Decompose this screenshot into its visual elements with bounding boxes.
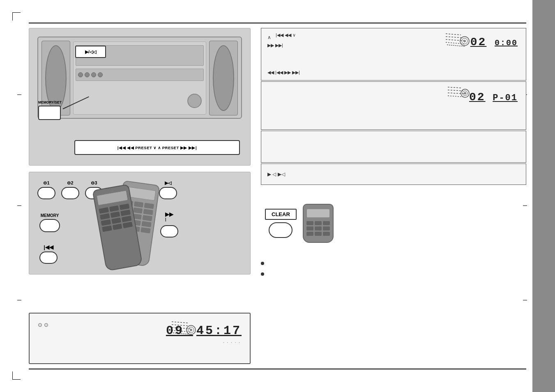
group-btn-1-label: ⊖1 — [43, 180, 49, 186]
rew-btn-wrapper: |◀◀ — [39, 244, 58, 264]
memory-set-button[interactable] — [38, 106, 61, 120]
bullet-2-dot — [261, 272, 264, 276]
speaker-right — [209, 41, 238, 115]
play-set-button[interactable]: ▶/◁◁ — [75, 46, 106, 58]
clear-btn-wrapper: CLEAR — [265, 209, 297, 238]
bullet-2 — [261, 271, 526, 276]
svg-line-10 — [446, 39, 464, 41]
corner-mark-tl — [12, 12, 21, 21]
clear-btn-label: CLEAR — [265, 209, 297, 220]
rp-row2: 02 P-01 — [261, 81, 526, 130]
clear-btn-oval[interactable] — [269, 222, 292, 238]
bottom-dots: · · · · · — [223, 340, 241, 345]
bottom-lcd-display: 09 45:17 — [166, 324, 242, 338]
memory-set-label: MEMORY/SET — [38, 100, 62, 104]
svg-line-9 — [446, 37, 463, 38]
group-btn-1[interactable] — [37, 187, 55, 199]
svg-point-15 — [463, 40, 466, 42]
rp-row4-arrows: ▶ ◁ ▶◁ — [267, 171, 285, 177]
memory-btn-label: MEMORY — [41, 213, 59, 218]
preset-bar[interactable]: |◀◀ ◀◀ PRESET ∨ ∧ PRESET ▶▶ ▶▶| — [74, 140, 240, 155]
rp-row1-nav-up: ∧ — [267, 35, 271, 40]
rp-row1: ∧ |◀◀ ◀◀ ∨ ▶▶ ▶▶| 02 0: — [261, 28, 526, 81]
device-area: ▶/◁◁ MEMORY/SET |◀◀ ◀◀ PRESET ∨ ∧ PRESET… — [29, 28, 251, 166]
svg-point-22 — [464, 92, 466, 95]
svg-line-8 — [446, 34, 461, 35]
rp-row3 — [261, 131, 526, 163]
sidebar-grey-bar — [532, 0, 555, 392]
corner-mark-bl — [12, 371, 21, 380]
rp-row4: ▶ ◁ ▶◁ — [261, 164, 526, 185]
memory-btn-wrapper: MEMORY — [39, 213, 60, 232]
bullet-1-dot — [261, 262, 264, 265]
group-btn-1-wrapper: ⊖1 — [37, 180, 55, 199]
remote-area: ⊖1 ⊖2 ⊖3 ▶◁ MEM — [29, 172, 251, 274]
rp-row2-speaker-svg — [446, 85, 470, 106]
rp-row1-bottom-arrows: ◀◀ |◀◀ ▶▶ ▶▶| — [267, 70, 300, 75]
rp-row1-skip-arrows-bottom: ▶▶ ▶▶| — [267, 43, 283, 48]
svg-line-0 — [172, 322, 188, 323]
bullet-1 — [261, 260, 526, 265]
bottom-display-panel: ⊙ ⊙ 09 4 — [29, 313, 251, 364]
svg-line-18 — [448, 93, 464, 94]
rew-btn-remote[interactable] — [39, 251, 58, 264]
right-panel: ∧ |◀◀ ◀◀ ∨ ▶▶ ▶▶| 02 0: — [261, 28, 526, 364]
svg-line-17 — [448, 90, 463, 91]
rp-row1-lcd: 02 0:00 — [470, 36, 518, 48]
group-btn-2[interactable] — [61, 187, 79, 199]
memory-set-wrapper: MEMORY/SET — [38, 100, 62, 120]
group-btn-2-wrapper: ⊖2 — [61, 180, 79, 199]
hline-bottom — [29, 369, 526, 369]
remote-small-illustration — [303, 204, 334, 243]
edge-mark-left-1 — [17, 95, 21, 95]
edge-mark-left-2 — [17, 205, 21, 206]
memory-btn-remote[interactable] — [39, 219, 60, 232]
clear-section: CLEAR — [261, 201, 526, 246]
rew-btn-label: |◀◀ — [44, 244, 53, 250]
remote-illustration — [93, 176, 238, 270]
hline-top — [29, 23, 526, 23]
rp-row1-skip-arrows-top: |◀◀ ◀◀ ∨ — [276, 32, 296, 38]
rp-row2-lcd: 02 P-01 — [469, 91, 518, 104]
svg-line-16 — [448, 87, 461, 88]
bullet-points — [261, 260, 526, 276]
rp-row1-speaker-svg — [444, 32, 470, 54]
edge-mark-left-3 — [17, 300, 21, 300]
group-btn-2-label: ⊖2 — [67, 180, 73, 186]
svg-line-11 — [446, 42, 465, 44]
bottom-icons: ⊙ ⊙ — [38, 322, 48, 328]
